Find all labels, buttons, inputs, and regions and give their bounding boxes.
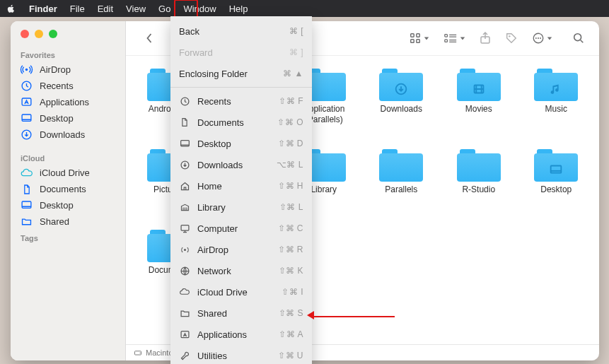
sidebar-item-icloud-drive[interactable]: iCloud Drive	[11, 165, 125, 181]
go-menu-downloads[interactable]: Downloads⌥⌘ L	[170, 154, 312, 175]
folder-item[interactable]: Parallels	[364, 145, 439, 223]
desktop-icon	[21, 112, 33, 124]
folder-label: Music	[545, 104, 567, 115]
minimize-window-button[interactable]	[35, 30, 43, 38]
go-menu-applications[interactable]: Applications⇧⌘ A	[170, 324, 312, 345]
sidebar-item-recents[interactable]: Recents	[11, 78, 125, 94]
menubar-edit[interactable]: Edit	[91, 0, 120, 17]
go-menu-documents[interactable]: Documents⇧⌘ O	[170, 112, 312, 133]
sidebar-item-label: Shared	[40, 216, 69, 227]
go-menu-home[interactable]: Home⇧⌘ H	[170, 175, 312, 196]
sidebar-item-label: AirDrop	[40, 64, 71, 75]
go-menu-recents[interactable]: Recents⇧⌘ F	[170, 90, 312, 112]
svg-rect-6	[411, 34, 414, 37]
computer-icon	[179, 223, 190, 234]
go-menu-icloud-drive[interactable]: iCloud Drive⇧⌘ I	[170, 281, 312, 303]
svg-point-18	[574, 34, 581, 41]
go-menu-back[interactable]: Back⌘ [	[170, 20, 312, 42]
icloud-icon	[21, 167, 33, 179]
download-glyph-icon	[379, 78, 423, 100]
folder-item[interactable]: Desktop	[519, 145, 594, 223]
shared-folder-icon	[179, 307, 190, 319]
folder-label: Desktop	[540, 184, 572, 195]
svg-rect-7	[417, 34, 420, 37]
desktop-glyph-icon	[534, 159, 578, 180]
svg-rect-10	[445, 35, 448, 37]
window-traffic-lights	[11, 28, 125, 48]
sidebar-heading-tags-label: Tags	[21, 234, 38, 242]
apple-logo-icon[interactable]	[6, 4, 16, 13]
sidebar-item-downloads[interactable]: Downloads	[11, 127, 125, 143]
disk-icon	[133, 348, 142, 358]
folder-label: Movies	[465, 104, 492, 115]
go-menu-network[interactable]: Network⇧⌘ K	[170, 260, 312, 281]
go-menu-library[interactable]: Library⇧⌘ L	[170, 196, 312, 218]
folder-label: Parallels	[385, 184, 417, 195]
actions-button[interactable]	[526, 32, 558, 45]
go-menu-utilities[interactable]: Utilities⇧⌘ U	[170, 345, 312, 364]
folder-item[interactable]: Movies	[441, 64, 516, 142]
clock-icon	[179, 95, 190, 107]
go-menu-computer[interactable]: Computer⇧⌘ C	[170, 218, 312, 239]
folder-item[interactable]: R-Studio	[441, 145, 516, 223]
menu-separator	[170, 87, 312, 88]
close-window-button[interactable]	[21, 30, 29, 38]
sidebar-item-label: Desktop	[40, 113, 74, 124]
search-button[interactable]	[567, 32, 591, 45]
go-menu-forward: Forward⌘ ]	[170, 42, 312, 63]
utilities-icon	[179, 350, 190, 361]
sidebar-item-label: iCloud Drive	[40, 168, 90, 178]
zoom-window-button[interactable]	[49, 30, 57, 38]
menubar-view[interactable]: View	[120, 0, 152, 17]
sidebar-item-icloud-shared[interactable]: Shared	[11, 213, 125, 230]
menubar-go[interactable]: Go	[152, 0, 177, 17]
document-icon	[21, 183, 33, 195]
sidebar-item-label: Applications	[40, 97, 89, 107]
menubar-window[interactable]: Window	[177, 0, 222, 17]
folder-item[interactable]: Downloads	[364, 64, 439, 142]
svg-rect-9	[417, 40, 420, 43]
network-icon	[179, 265, 190, 276]
music-glyph-icon	[534, 78, 578, 100]
svg-point-15	[535, 37, 537, 39]
share-button[interactable]	[474, 32, 497, 45]
folder-item[interactable]: Music	[519, 64, 594, 142]
sidebar-item-label: Downloads	[40, 129, 85, 140]
menubar-file[interactable]: File	[64, 0, 91, 17]
sidebar-heading-icloud: iCloud	[11, 151, 125, 165]
menubar-help[interactable]: Help	[223, 0, 255, 17]
home-icon	[179, 180, 190, 192]
desktop-icon	[21, 199, 33, 211]
movie-glyph-icon	[457, 78, 501, 100]
finder-sidebar: Favorites AirDrop Recents Applications D…	[11, 21, 126, 360]
svg-point-17	[540, 37, 541, 39]
sidebar-item-airdrop[interactable]: AirDrop	[11, 61, 125, 78]
svg-rect-23	[551, 166, 562, 173]
airdrop-icon	[21, 64, 33, 76]
clock-icon	[21, 80, 33, 92]
nav-back-button[interactable]	[140, 33, 159, 44]
svg-point-30	[184, 249, 186, 251]
tags-button[interactable]	[499, 32, 523, 45]
go-menu-airdrop[interactable]: AirDrop⇧⌘ R	[170, 239, 312, 260]
menubar-app-name[interactable]: Finder	[23, 0, 64, 17]
view-icons-button[interactable]	[403, 32, 435, 45]
svg-point-13	[509, 35, 510, 37]
shared-folder-icon	[21, 216, 33, 228]
folder-label: Downloads	[381, 104, 422, 115]
document-icon	[179, 117, 190, 128]
group-button[interactable]	[438, 33, 471, 44]
go-menu-shared[interactable]: Shared⇧⌘ S	[170, 303, 312, 324]
go-menu-enclosing-folder[interactable]: Enclosing Folder⌘ ▲	[170, 63, 312, 84]
sidebar-item-desktop[interactable]: Desktop	[11, 110, 125, 127]
svg-rect-11	[445, 40, 448, 42]
svg-point-0	[25, 69, 28, 71]
sidebar-heading-tags[interactable]: Tags	[11, 230, 125, 245]
sidebar-item-icloud-desktop[interactable]: Desktop	[11, 197, 125, 213]
go-menu-desktop[interactable]: Desktop⇧⌘ D	[170, 133, 312, 154]
applications-icon	[21, 96, 33, 108]
icloud-icon	[179, 286, 190, 298]
sidebar-item-icloud-documents[interactable]: Documents	[11, 181, 125, 197]
downloads-icon	[21, 129, 33, 141]
sidebar-item-applications[interactable]: Applications	[11, 94, 125, 110]
